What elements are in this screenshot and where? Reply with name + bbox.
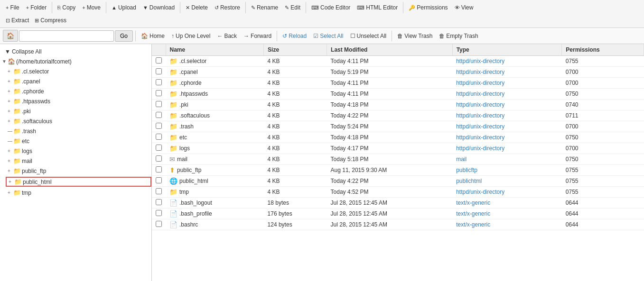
empty-trash-button[interactable]: 🗑 Empty Trash [436,31,481,41]
file-type-link[interactable]: httpd/unix-directory [456,69,504,75]
extract-button[interactable]: ⊡ Extract [3,15,32,26]
folder-button[interactable]: + Folder [23,2,49,13]
row-checkbox[interactable] [156,79,162,85]
row-checkbox[interactable] [156,199,162,205]
download-button[interactable]: ▼ Download [140,2,177,13]
col-type[interactable]: Type [452,44,562,56]
file-type-link[interactable]: text/x-generic [456,199,490,206]
file-type-link[interactable]: httpd/unix-directory [456,101,504,108]
file-name-link[interactable]: .bash_logout [179,199,212,206]
tree-item-public-ftp[interactable]: + 📁 public_ftp [0,166,151,176]
tree-item-logs[interactable]: + 📁 logs [0,146,151,156]
html-editor-button[interactable]: ⌨ HTML Editor [354,2,401,13]
collapse-all-button[interactable]: ▼ Collapse All [0,47,151,56]
file-name-link[interactable]: .htpasswds [179,91,208,97]
file-name-link[interactable]: public_html [179,178,208,184]
row-checkbox[interactable] [156,177,162,183]
tree-item-pki[interactable]: + 📁 .pki [0,106,151,116]
file-name-link[interactable]: public_ftp [177,167,201,173]
tree-item-mail[interactable]: + 📁 mail [0,156,151,166]
tree-item-softaculous[interactable]: + 📁 .softaculous [0,116,151,126]
tree-item-htpasswds[interactable]: + 📁 .htpasswds [0,96,151,106]
view-trash-button[interactable]: 🗑 View Trash [394,31,435,41]
unselect-all-button[interactable]: ☐ Unselect All [347,31,390,41]
go-button[interactable]: Go [115,30,133,42]
tree-item-cpanel[interactable]: + 📁 .cpanel [0,76,151,86]
file-name-link[interactable]: logs [179,145,190,152]
file-name-link[interactable]: etc [179,134,187,141]
file-name-link[interactable]: .pki [179,101,188,108]
tree-root[interactable]: ▼ 🏠 (/home/tutorialfcomet) [0,56,151,66]
delete-button[interactable]: ✕ Delete [183,2,211,13]
file-type-link[interactable]: httpd/unix-directory [456,145,504,152]
permissions-button[interactable]: 🔑 Permissions [406,2,450,13]
row-checkbox[interactable] [156,101,162,107]
row-permissions-cell: 0740 [562,100,644,110]
file-name-link[interactable]: .cl.selector [179,58,206,64]
tree-item-tmp[interactable]: + 📁 tmp [0,188,151,198]
file-type-link[interactable]: publicftp [456,167,477,173]
back-button[interactable]: ← Back [214,31,240,41]
file-type-link[interactable]: httpd/unix-directory [456,189,504,195]
file-type-link[interactable]: text/x-generic [456,221,490,228]
move-button[interactable]: + Move [79,2,103,13]
file-name-link[interactable]: .trash [179,123,194,130]
tree-item-cphorde[interactable]: + 📁 .cphorde [0,86,151,96]
edit-button[interactable]: ✎ Edit [282,2,303,13]
file-type-link[interactable]: text/x-generic [456,210,490,217]
tree-item-trash[interactable]: — 📁 .trash [0,126,151,136]
tree-label: .trash [22,128,36,135]
view-button[interactable]: 👁 View [452,2,476,13]
path-input[interactable] [19,30,114,42]
row-checkbox[interactable] [156,188,162,194]
file-type-link[interactable]: httpd/unix-directory [456,112,504,119]
rename-button[interactable]: ✎ Rename [248,2,281,13]
row-checkbox[interactable] [156,90,162,96]
forward-button[interactable]: → Forward [241,31,274,41]
compress-button[interactable]: ⊞ Compress [32,15,69,26]
file-type-link[interactable]: mail [456,156,467,163]
col-size[interactable]: Size [264,44,327,56]
file-type-link[interactable]: httpd/unix-directory [456,134,504,141]
row-checkbox[interactable] [156,123,162,129]
row-checkbox[interactable] [156,145,162,151]
row-checkbox[interactable] [156,112,162,118]
reload-button[interactable]: ↺ Reload [280,31,309,41]
up-level-button[interactable]: ↑ Up One Level [168,31,213,41]
code-editor-button[interactable]: ⌨ Code Editor [308,2,353,13]
home-icon-button[interactable]: 🏠 [3,30,18,42]
file-type-link[interactable]: httpd/unix-directory [456,91,504,97]
select-all-button[interactable]: ☑ Select All [310,31,346,41]
col-name[interactable]: Name [166,44,264,56]
folder-icon: 📁 [13,137,21,145]
tree-item-cl-selector[interactable]: + 📁 .cl.selector [0,66,151,76]
col-permissions[interactable]: Permissions [562,44,644,56]
restore-button[interactable]: ↺ Restore [212,2,243,13]
tree-item-public-html[interactable]: + 📁 public_html [0,176,151,188]
home-nav-button[interactable]: 🏠 Home [138,31,168,41]
row-checkbox[interactable] [156,166,162,172]
row-checkbox[interactable] [156,155,162,162]
collapse-all-label: Collapse All [12,48,42,55]
row-checkbox[interactable] [156,221,162,227]
tree-item-etc[interactable]: — 📁 etc [0,136,151,146]
copy-button[interactable]: ⎘ Copy [55,2,78,13]
file-name-link[interactable]: mail [177,156,187,163]
file-name-link[interactable]: .softaculous [179,112,210,119]
file-name-link[interactable]: tmp [179,189,189,195]
file-name-link[interactable]: .cpanel [179,69,198,75]
row-checkbox[interactable] [156,134,162,140]
file-name-link[interactable]: .cphorde [179,80,202,86]
file-name-link[interactable]: .bash_profile [179,210,212,217]
file-type-link[interactable]: httpd/unix-directory [456,80,504,86]
row-checkbox[interactable] [156,57,162,63]
file-type-link[interactable]: publichtml [456,178,482,184]
row-checkbox[interactable] [156,68,162,74]
file-type-link[interactable]: httpd/unix-directory [456,123,504,130]
file-button[interactable]: + File [3,2,22,13]
file-name-link[interactable]: .bashrc [179,221,198,228]
col-modified[interactable]: Last Modified [327,44,453,56]
upload-button[interactable]: ▲ Upload [109,2,139,13]
row-checkbox[interactable] [156,210,162,216]
file-type-link[interactable]: httpd/unix-directory [456,58,504,64]
